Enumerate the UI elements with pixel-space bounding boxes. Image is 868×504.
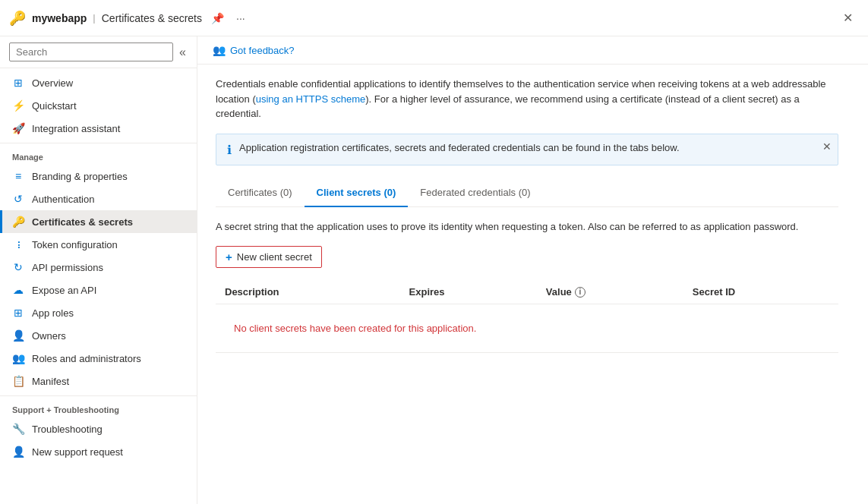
title-separator: | — [93, 12, 95, 24]
sidebar-item-troubleshooting[interactable]: 🔧 Troubleshooting — [0, 417, 197, 440]
sidebar-item-label: Quickstart — [32, 100, 77, 112]
sidebar-item-label: New support request — [32, 446, 123, 458]
app-name: mywebapp — [32, 12, 87, 24]
pin-button[interactable]: 📌 — [208, 11, 227, 26]
new-client-secret-button[interactable]: + New client secret — [216, 246, 322, 268]
api-icon: ↻ — [12, 261, 24, 273]
title-bar: 🔑 mywebapp | Certificates & secrets 📌 ··… — [0, 0, 868, 36]
value-info-icon[interactable]: i — [575, 287, 586, 298]
sidebar-nav: ⊞ Overview ⚡ Quickstart 🚀 Integration as… — [0, 68, 197, 504]
tab-federated-credentials[interactable]: Federated credentials (0) — [408, 181, 542, 207]
sidebar-item-label: Expose an API — [32, 285, 96, 296]
sidebar-item-branding[interactable]: ≡ Branding & properties — [0, 165, 197, 187]
sidebar-item-label: API permissions — [32, 262, 103, 273]
info-icon: ℹ — [227, 143, 232, 157]
sidebar-item-label: Manifest — [32, 376, 69, 387]
col-secret-id: Secret ID — [683, 280, 838, 304]
quickstart-icon: ⚡ — [12, 99, 24, 112]
sidebar-item-roles-administrators[interactable]: 👥 Roles and administrators — [0, 347, 197, 370]
close-button[interactable]: ✕ — [837, 9, 859, 27]
sidebar-item-label: App roles — [32, 307, 74, 319]
sidebar-item-label: Branding & properties — [32, 171, 128, 182]
sidebar-item-label: Token configuration — [32, 239, 118, 250]
tab-certificates[interactable]: Certificates (0) — [216, 181, 305, 207]
sidebar-item-manifest[interactable]: 📋 Manifest — [0, 370, 197, 392]
secrets-table: Description Expires Value i Secret ID — [216, 280, 838, 353]
roles-icon: 👥 — [12, 352, 24, 364]
sidebar-item-expose-api[interactable]: ☁ Expose an API — [0, 279, 197, 301]
support-request-icon: 👤 — [12, 446, 24, 458]
col-expires: Expires — [400, 280, 537, 304]
app-roles-icon: ⊞ — [12, 307, 24, 319]
manage-section-label: Manage — [0, 143, 197, 165]
sidebar: « ⊞ Overview ⚡ Quickstart 🚀 Integration … — [0, 36, 197, 504]
sidebar-item-integration-assistant[interactable]: 🚀 Integration assistant — [0, 117, 197, 140]
sidebar-item-certificates-secrets[interactable]: 🔑 Certificates & secrets — [0, 210, 197, 233]
auth-icon: ↺ — [12, 193, 24, 205]
manifest-icon: 📋 — [12, 375, 24, 387]
content-area: Credentials enable confidential applicat… — [197, 65, 868, 365]
sidebar-item-label: Owners — [32, 330, 66, 342]
table-row-empty: No client secrets have been created for … — [216, 304, 838, 353]
col-description: Description — [216, 280, 400, 304]
owners-icon: 👤 — [12, 329, 24, 342]
branding-icon: ≡ — [12, 170, 24, 182]
sidebar-item-label: Overview — [32, 77, 73, 89]
main-content: 👥 Got feedback? Credentials enable confi… — [197, 36, 868, 504]
tab-content-client-secrets: A secret string that the application use… — [216, 207, 838, 354]
collapse-button[interactable]: « — [178, 44, 188, 61]
info-banner: ℹ Application registration certificates,… — [216, 134, 838, 165]
troubleshooting-icon: 🔧 — [12, 423, 24, 435]
page-title: Certificates & secrets — [102, 12, 202, 24]
token-icon: ⫶ — [12, 238, 24, 250]
feedback-text[interactable]: Got feedback? — [230, 45, 295, 56]
page-description: Credentials enable confidential applicat… — [216, 77, 838, 121]
sidebar-item-overview[interactable]: ⊞ Overview — [0, 71, 197, 94]
sidebar-item-label: Integration assistant — [32, 123, 120, 134]
overview-icon: ⊞ — [12, 77, 24, 89]
sidebar-item-quickstart[interactable]: ⚡ Quickstart — [0, 94, 197, 117]
sidebar-item-app-roles[interactable]: ⊞ App roles — [0, 301, 197, 324]
support-section-label: Support + Troubleshooting — [0, 395, 197, 417]
https-link[interactable]: using an HTTPS scheme — [256, 93, 366, 105]
sidebar-item-authentication[interactable]: ↺ Authentication — [0, 187, 197, 210]
integration-icon: 🚀 — [12, 122, 24, 134]
key-icon: 🔑 — [12, 216, 24, 228]
sidebar-search-area: « — [0, 36, 197, 68]
app-body: « ⊞ Overview ⚡ Quickstart 🚀 Integration … — [0, 36, 868, 504]
feedback-icon: 👥 — [213, 44, 226, 56]
info-banner-text: Application registration certificates, s… — [239, 142, 827, 153]
sidebar-item-owners[interactable]: 👤 Owners — [0, 324, 197, 347]
expose-icon: ☁ — [12, 284, 24, 296]
col-value: Value i — [537, 280, 683, 304]
tab-description: A secret string that the application use… — [216, 219, 838, 235]
app-icon: 🔑 — [9, 10, 26, 27]
new-secret-button-label: New client secret — [237, 251, 312, 263]
sidebar-item-new-support-request[interactable]: 👤 New support request — [0, 440, 197, 463]
no-data-message: No client secrets have been created for … — [225, 310, 829, 346]
tab-client-secrets[interactable]: Client secrets (0) — [305, 181, 409, 207]
sidebar-item-label: Certificates & secrets — [32, 216, 133, 228]
tabs-container: Certificates (0) Client secrets (0) Fede… — [216, 181, 838, 207]
sidebar-item-label: Authentication — [32, 194, 94, 205]
info-banner-close-button[interactable]: ✕ — [822, 140, 832, 153]
feedback-bar: 👥 Got feedback? — [197, 36, 868, 65]
title-actions: 📌 ··· — [208, 11, 248, 26]
plus-icon: + — [226, 250, 232, 263]
more-button[interactable]: ··· — [233, 11, 248, 26]
sidebar-item-label: Troubleshooting — [32, 424, 103, 435]
sidebar-item-label: Roles and administrators — [32, 353, 141, 364]
search-input[interactable] — [9, 43, 173, 61]
sidebar-item-api-permissions[interactable]: ↻ API permissions — [0, 256, 197, 279]
sidebar-item-token-configuration[interactable]: ⫶ Token configuration — [0, 233, 197, 256]
